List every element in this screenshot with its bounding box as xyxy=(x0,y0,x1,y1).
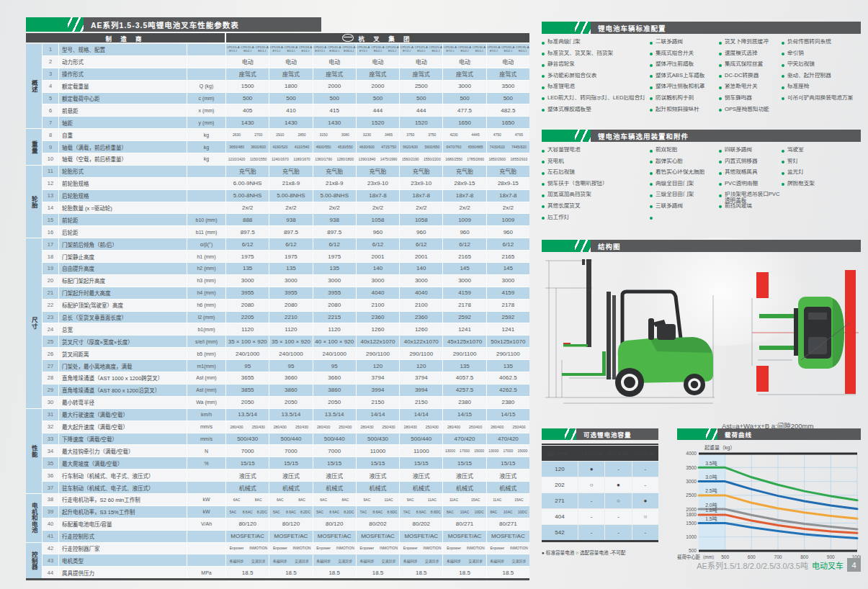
feature-text: 护顶架电池吊装口PVC透明盖板 xyxy=(725,192,782,203)
spec-cell: 500/430 xyxy=(226,433,269,445)
spec-subcell: 250/400 xyxy=(509,421,529,433)
row-unit: MPa xyxy=(187,567,225,578)
row-label: 门架静止高度 xyxy=(59,251,187,262)
bullet-icon xyxy=(650,75,653,78)
footer-highlight-text: 电动叉车 xyxy=(812,559,844,571)
spec-subcell: 永磁同步 xyxy=(269,554,290,566)
row-group-label: 重量 xyxy=(26,129,42,165)
spec-cell: 2050 xyxy=(226,397,269,408)
row-number: 7 xyxy=(42,117,58,128)
bullet-icon xyxy=(542,42,545,45)
feature-item: 前挡风玻璃 xyxy=(719,203,782,215)
feature-item xyxy=(650,215,719,226)
spec-cell: 机械式 xyxy=(400,482,442,493)
spec-cell: 15/15 xyxy=(269,457,312,469)
spec-cell: 电动 xyxy=(443,56,486,68)
bullet-icon xyxy=(542,64,545,67)
bullet-icon xyxy=(782,75,784,78)
spec-cell: 座驾式 xyxy=(400,68,442,80)
spec-subcell: 8AC xyxy=(291,494,312,505)
spec-cell: 1650 xyxy=(487,117,529,128)
spec-cell: 3650/4803600/600 xyxy=(226,141,269,153)
row-label: 货叉尺寸（厚度×宽度×长度） xyxy=(59,336,187,347)
row-group-label: 轮胎 xyxy=(26,166,42,238)
bullet-icon xyxy=(542,161,545,163)
spec-cell: 充气胎 xyxy=(400,166,442,177)
feature-item: 紧急断电开关 xyxy=(719,84,782,95)
feature-item: 大容量锂电池 xyxy=(542,147,650,158)
spec-subcell: 10DC xyxy=(473,506,486,518)
spec-cell: 3000 xyxy=(400,275,442,287)
battery-availability-cell: - xyxy=(578,509,604,524)
row-label: 轮胎形式 xyxy=(59,166,187,177)
svg-text:4000: 4000 xyxy=(686,451,697,456)
feature-text: 标准货叉、货叉架、挡货架 xyxy=(547,50,613,57)
spec-cell: 3000 xyxy=(226,275,269,287)
spec-subcell: 3080 xyxy=(335,129,356,140)
bullet-icon xyxy=(650,42,653,45)
spec-subcell: 1280/1800 xyxy=(335,153,356,165)
spec-cell: 95 xyxy=(226,360,269,372)
spec-subcell: 280/430 xyxy=(313,421,334,433)
spec-cell: EnpowerINMOTION xyxy=(269,543,312,554)
feature-column: 负荷传感转向系统牵引销中央后视镜驱动、起升控制器标准座椅可吊可铲两用换装电池方案 xyxy=(782,39,861,117)
spec-subcell: 3650/480 xyxy=(226,141,247,153)
feature-text: 整体式橡胶踏板垫 xyxy=(547,107,591,113)
row-number: 20 xyxy=(42,275,58,287)
feature-item: DC-DC转换器 xyxy=(719,73,782,84)
spec-cell: 2360 xyxy=(357,312,399,323)
spec-cell: 11000 xyxy=(400,445,442,457)
green-accent-block xyxy=(677,428,706,440)
spec-subcell: 4750 xyxy=(487,129,508,140)
spec-cell: 2x/2 xyxy=(443,202,486,214)
spec-cell: 2165 xyxy=(443,251,486,262)
row-unit: mm/s xyxy=(187,421,225,433)
spec-subcell: 280/430 xyxy=(226,421,247,433)
slash-stripes-decoration xyxy=(565,428,576,440)
spec-subcell: 250/400 xyxy=(465,421,486,433)
spec-cell: 1650 xyxy=(443,117,486,128)
bullet-icon xyxy=(542,97,545,100)
spec-cell: 470/420 xyxy=(487,433,529,445)
spec-cell: 电动 xyxy=(357,56,399,68)
spec-cell: 8AC10AC10DC xyxy=(443,506,486,518)
feature-item: 加宽或加高挡货架 xyxy=(542,192,650,203)
feature-text: 大容量锂电池 xyxy=(547,147,581,153)
spec-cell: 3660 xyxy=(313,372,356,384)
row-number: 17 xyxy=(42,238,58,250)
spec-cell: 500/440 xyxy=(269,433,312,445)
feature-text: 蓝光灯 xyxy=(787,169,804,176)
row-number: 30 xyxy=(42,397,58,408)
row-label: 标配蓄电池电压/容量 xyxy=(59,518,187,530)
row-number: 33 xyxy=(42,433,58,445)
spec-subcell: CPD15-AED2-I xyxy=(241,44,254,55)
feature-text: 警灯 xyxy=(787,158,798,165)
spec-cell: 永磁同步交流异步 xyxy=(400,554,442,566)
row-unit: V/Ah xyxy=(187,518,225,530)
bullet-icon xyxy=(782,150,784,153)
row-number: 27 xyxy=(42,360,58,372)
spec-cell: 3994 xyxy=(400,385,442,396)
svg-text:2.5吨: 2.5吨 xyxy=(705,487,717,493)
row-label: 直角堆垛通道（AST 1000 x 1200跨货叉） xyxy=(59,372,187,384)
row-unit: kg xyxy=(187,141,225,153)
spec-subcell: 13000 xyxy=(443,445,457,457)
feature-item: 护顶架电池吊装口PVC透明盖板 xyxy=(719,192,782,203)
slash-stripes-decoration xyxy=(575,240,591,252)
spec-subcell: 250/430 xyxy=(335,421,356,433)
bullet-icon xyxy=(719,86,722,89)
spec-cell: 4600/5504530/550 xyxy=(313,141,356,153)
spec-cell: 47504765 xyxy=(487,129,529,140)
spec-subcell: 永磁同步 xyxy=(487,554,508,566)
spec-cell: 500/430 xyxy=(357,433,399,445)
spec-cell: 1240/16701180/1670 xyxy=(269,153,312,165)
row-unit: N xyxy=(187,445,225,457)
svg-text:1500: 1500 xyxy=(686,521,697,526)
feature-item: 左右后视镜 xyxy=(542,169,650,181)
spec-cell: 18.5 xyxy=(313,567,356,578)
spec-cell: 1520 xyxy=(357,117,399,128)
spec-cell: 6470/7606560/885 xyxy=(443,141,486,153)
feature-text: 加宽或加高挡货架 xyxy=(547,192,591,198)
spec-cell: EnpowerINMOTION xyxy=(313,543,356,554)
row-label: 驻车制动（机械式、电子式、液压式） xyxy=(59,482,187,493)
